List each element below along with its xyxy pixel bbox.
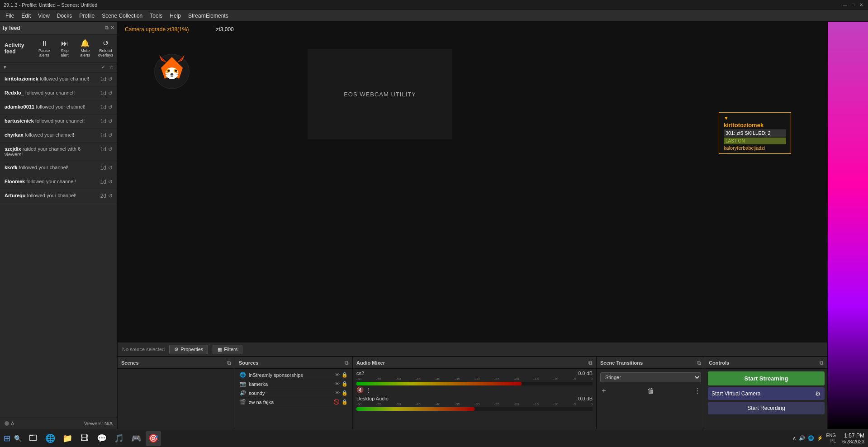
transitions-content: Stinger Cut Fade ＋ 🗑 ⋮	[597, 369, 705, 429]
maximize-button[interactable]: □	[850, 2, 856, 8]
lang-indicator[interactable]: ENGPL	[826, 433, 836, 444]
search-button[interactable]: 🔍	[14, 435, 22, 442]
activity-filter: ▾ ✓ ☆	[0, 62, 117, 72]
taskbar-app-music[interactable]: 🎵	[111, 431, 127, 446]
close-button[interactable]: ✕	[858, 2, 864, 8]
taskbar-app-files[interactable]: 📁	[60, 431, 75, 446]
transitions-panel-float-icon[interactable]: ⧉	[697, 360, 701, 366]
eye-slash-icon[interactable]: 🚫	[333, 399, 340, 405]
menu-docks[interactable]: Docks	[53, 12, 76, 20]
transition-settings-icon[interactable]: ⋮	[694, 386, 701, 395]
controls-panel-header: Controls ⧉	[705, 357, 827, 369]
preview-canvas: Camera upgrade zt38(1%) zt3,000	[118, 22, 827, 342]
remove-transition-icon[interactable]: 🗑	[647, 387, 655, 395]
skip-alert-button[interactable]: ⏭ Skip alert	[55, 38, 74, 59]
add-transition-icon[interactable]: ＋	[600, 386, 607, 395]
close-panel-icon[interactable]: ✕	[110, 25, 114, 31]
taskbar-app-obs[interactable]: 🎯	[146, 431, 161, 446]
start-virtual-camera-button[interactable]: Start Virtual Camera ⚙	[708, 387, 825, 400]
taskbar-app-game[interactable]: 🎮	[128, 431, 144, 446]
redo-icon[interactable]: ↺	[108, 132, 113, 138]
reload-overlays-button[interactable]: ↺ Reload overlays	[96, 37, 115, 59]
redo-icon[interactable]: ↺	[108, 90, 113, 96]
activity-item: Arturequ followed your channel! 2d↺	[0, 189, 117, 203]
filter-arrow[interactable]: ▾	[4, 64, 6, 70]
taskbar-app-media[interactable]: 🎞	[77, 431, 92, 446]
redo-icon[interactable]: ↺	[108, 193, 113, 199]
filters-button[interactable]: ▦ Filters	[213, 345, 242, 354]
redo-icon[interactable]: ↺	[108, 165, 113, 171]
menu-edit[interactable]: Edit	[18, 12, 34, 20]
scene-source-icon: 🎬	[240, 399, 246, 405]
menu-streamelements[interactable]: StreamElements	[185, 12, 232, 20]
tray-icon-2[interactable]: 🔊	[799, 435, 805, 441]
taskbar-clock[interactable]: 1:57 PM 6/28/2023	[842, 433, 864, 444]
star-icon[interactable]: ☆	[109, 64, 114, 70]
redo-icon[interactable]: ↺	[108, 179, 113, 185]
hud-user: kaloryferbabcijadzi	[724, 145, 786, 151]
titlebar-title: 29.1.3 - Profile: Untitled – Scenes: Unt…	[4, 2, 97, 8]
redo-icon[interactable]: ↺	[108, 118, 113, 124]
clock-date: 6/28/2023	[842, 439, 864, 444]
hud-name: kiritotoziomek	[724, 122, 786, 128]
redo-icon[interactable]: ↺	[108, 76, 113, 82]
right-panel	[827, 22, 868, 429]
cs2-audio-meter	[356, 382, 593, 385]
svg-point-9	[167, 70, 170, 72]
redo-icon[interactable]: ↺	[108, 104, 113, 110]
fox-icon	[154, 53, 190, 90]
audio-channel-cs2: cs2 0.0 dB -60 -55 -50 -45 -40 -35 -30 -…	[356, 371, 593, 393]
lock-icon[interactable]: 🔒	[342, 372, 348, 378]
audio-mute-icon[interactable]: 🔇	[356, 386, 364, 393]
menu-profile[interactable]: Profile	[76, 12, 98, 20]
menu-view[interactable]: View	[34, 12, 53, 20]
taskbar: ⊞ 🔍 🗔 🌐 📁 🎞 💬 🎵 🎮 🎯 ∧ 🔊 🌐 ⚡ ENGPL 1:57 P…	[0, 429, 868, 447]
mute-alerts-button[interactable]: 🔔 Mute alerts	[76, 37, 95, 59]
preview-area[interactable]: Camera upgrade zt38(1%) zt3,000	[118, 22, 827, 342]
sources-panel-title: Sources	[239, 360, 258, 366]
menu-tools[interactable]: Tools	[146, 12, 166, 20]
controls-panel-float-icon[interactable]: ⧉	[820, 360, 824, 366]
lock-icon[interactable]: 🔒	[342, 381, 348, 387]
sources-panel-float-icon[interactable]: ⧉	[345, 360, 349, 366]
audio-panel-float-icon[interactable]: ⧉	[588, 360, 593, 366]
scenes-panel-float-icon[interactable]: ⧉	[227, 360, 231, 366]
minimize-button[interactable]: —	[842, 2, 848, 8]
desktop-audio-meter	[356, 407, 593, 411]
properties-button[interactable]: ⚙ Properties	[169, 345, 208, 354]
eye-icon[interactable]: 👁	[335, 381, 340, 387]
audio-settings-icon[interactable]: ⋮	[365, 386, 371, 393]
eye-icon[interactable]: 👁	[335, 390, 340, 396]
taskbar-app-edge[interactable]: 🌐	[43, 431, 58, 446]
activity-item: Floomek followed your channel! 1d↺	[0, 175, 117, 189]
start-streaming-button[interactable]: Start Streaming	[708, 371, 825, 385]
virtual-camera-settings-icon[interactable]: ⚙	[815, 390, 821, 397]
activity-feed-label: Activity feed	[2, 42, 33, 55]
scenes-list[interactable]	[118, 369, 235, 429]
eye-icon[interactable]: 👁	[335, 372, 340, 378]
tray-icon-3[interactable]: 🌐	[808, 435, 814, 441]
activity-item: Redxlo_ followed your channel! 1d↺	[0, 86, 117, 100]
lock-icon[interactable]: 🔒	[342, 390, 348, 396]
float-icon[interactable]: ⧉	[105, 25, 109, 31]
tray-icon-1[interactable]: ∧	[792, 435, 796, 441]
menu-help[interactable]: Help	[166, 12, 185, 20]
menu-file[interactable]: File	[2, 12, 18, 20]
start-recording-button[interactable]: Start Recording	[708, 402, 825, 414]
activity-list: kiritotoziomek followed your channel! 1d…	[0, 72, 117, 418]
start-button[interactable]: ⊞	[4, 433, 10, 443]
pause-alerts-button[interactable]: ⏸ Pause alerts	[34, 38, 54, 59]
redo-icon[interactable]: ↺	[108, 146, 113, 152]
lock-icon[interactable]: 🔒	[342, 399, 348, 405]
activity-panel-title: ty feed	[3, 25, 20, 31]
sources-panel: Sources ⧉ 🌐 inStreamly sponsorships 👁 🔒	[235, 357, 353, 429]
activity-panel-header: ty feed ⧉ ✕	[0, 22, 117, 34]
taskbar-app-chat[interactable]: 💬	[94, 431, 109, 446]
check-all-icon[interactable]: ✓	[101, 64, 105, 70]
activity-panel: ty feed ⧉ ✕ Activity feed ⏸ Pause alerts…	[0, 22, 118, 429]
menu-scene-collection[interactable]: Scene Collection	[98, 12, 146, 20]
transition-dropdown[interactable]: Stinger Cut Fade	[600, 372, 701, 382]
taskbar-app-explorer[interactable]: 🗔	[25, 431, 41, 446]
fox-logo	[145, 44, 199, 99]
tray-icon-4[interactable]: ⚡	[817, 435, 823, 441]
